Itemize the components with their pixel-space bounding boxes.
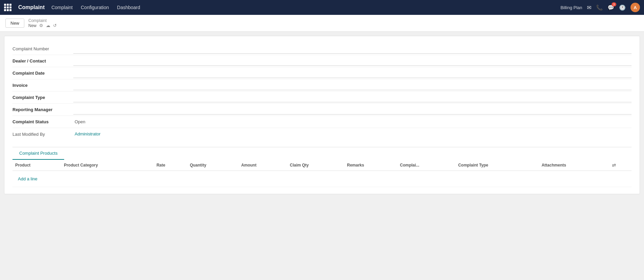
- form-label-5: Reporting Manager: [12, 105, 73, 114]
- col-actions: ⇄: [609, 160, 632, 171]
- nav-configuration[interactable]: Configuration: [81, 5, 109, 10]
- table-body: Add a line: [12, 171, 632, 187]
- form-value-1[interactable]: [73, 56, 632, 66]
- form-value-5[interactable]: [73, 105, 632, 114]
- app-title: Complaint: [18, 4, 45, 10]
- col-claim-qty: Claim Qty: [287, 160, 344, 171]
- cloud-icon[interactable]: ☁: [46, 23, 50, 28]
- nav-dashboard[interactable]: Dashboard: [117, 5, 140, 10]
- clock-icon[interactable]: 🕐: [619, 4, 626, 11]
- main-content: Complaint NumberDealer / ContactComplain…: [0, 32, 644, 280]
- breadcrumb-parent: Complaint: [28, 18, 57, 23]
- nav-complaint[interactable]: Complaint: [51, 5, 73, 10]
- top-navigation: Complaint Complaint Configuration Dashbo…: [0, 0, 644, 15]
- form-row-6: Complaint StatusOpen: [12, 116, 632, 128]
- form-label-0: Complaint Number: [12, 44, 73, 53]
- billing-plan-link[interactable]: Billing Plan: [561, 5, 582, 10]
- col-complai: Complai...: [397, 160, 455, 171]
- email-icon[interactable]: ✉: [587, 4, 591, 11]
- col-quantity: Quantity: [187, 160, 238, 171]
- form-card: Complaint NumberDealer / ContactComplain…: [4, 36, 640, 194]
- form-value-2[interactable]: [73, 69, 632, 78]
- form-row-0: Complaint Number: [12, 43, 632, 55]
- form-fields: Complaint NumberDealer / ContactComplain…: [12, 43, 632, 140]
- form-row-1: Dealer / Contact: [12, 55, 632, 67]
- form-row-3: Invoice: [12, 79, 632, 92]
- breadcrumb: Complaint New ⚙ ☁ ↺: [28, 18, 57, 28]
- col-attachments: Attachments: [539, 160, 609, 171]
- form-row-2: Complaint Date: [12, 67, 632, 79]
- nav-left: Complaint Complaint Configuration Dashbo…: [4, 4, 140, 11]
- form-value-6: Open: [73, 117, 632, 127]
- add-line-row: Add a line: [12, 171, 632, 187]
- form-row-7: Last Modified ByAdministrator: [12, 128, 632, 140]
- col-remarks: Remarks: [344, 160, 397, 171]
- add-line-cell: Add a line: [12, 171, 632, 187]
- form-value-4[interactable]: [73, 93, 632, 102]
- form-value-0[interactable]: [73, 44, 632, 54]
- form-label-1: Dealer / Contact: [12, 56, 73, 66]
- tab-header: Complaint Products: [12, 147, 632, 160]
- breadcrumb-bottom: New ⚙ ☁ ↺: [28, 23, 57, 28]
- col-rate: Rate: [154, 160, 187, 171]
- form-label-4: Complaint Type: [12, 93, 73, 102]
- tab-complaint-products[interactable]: Complaint Products: [12, 147, 64, 160]
- settings-icon[interactable]: ⚙: [39, 23, 43, 28]
- table-actions-icon[interactable]: ⇄: [612, 162, 616, 168]
- nav-right: Billing Plan ✉ 📞 💬 3 🕐 A: [561, 3, 640, 12]
- form-label-3: Invoice: [12, 81, 73, 90]
- col-product-category: Product Category: [61, 160, 154, 171]
- form-label-2: Complaint Date: [12, 69, 73, 78]
- new-button[interactable]: New: [5, 19, 24, 28]
- apps-icon[interactable]: [4, 4, 11, 11]
- form-value-3[interactable]: [73, 81, 632, 90]
- chat-badge: 3: [612, 2, 616, 6]
- col-complaint-type: Complaint Type: [456, 160, 539, 171]
- breadcrumb-child: New: [28, 23, 36, 28]
- refresh-icon[interactable]: ↺: [53, 23, 57, 28]
- table-header: Product Product Category Rate Quantity A…: [12, 160, 632, 171]
- form-label-6: Complaint Status: [12, 117, 73, 126]
- sub-header: New Complaint New ⚙ ☁ ↺: [0, 15, 644, 32]
- form-row-4: Complaint Type: [12, 92, 632, 104]
- tab-section: Complaint Products Product Product Categ…: [12, 147, 632, 187]
- form-row-5: Reporting Manager: [12, 104, 632, 116]
- nav-links: Complaint Configuration Dashboard: [51, 5, 140, 10]
- form-value-7: Administrator: [73, 129, 632, 139]
- user-avatar[interactable]: A: [630, 3, 640, 12]
- chat-icon[interactable]: 💬 3: [608, 4, 614, 11]
- col-product: Product: [12, 160, 61, 171]
- complaint-products-table: Product Product Category Rate Quantity A…: [12, 160, 632, 187]
- phone-icon[interactable]: 📞: [596, 4, 603, 11]
- add-line-link[interactable]: Add a line: [15, 174, 40, 184]
- col-amount: Amount: [238, 160, 287, 171]
- form-label-7: Last Modified By: [12, 130, 73, 139]
